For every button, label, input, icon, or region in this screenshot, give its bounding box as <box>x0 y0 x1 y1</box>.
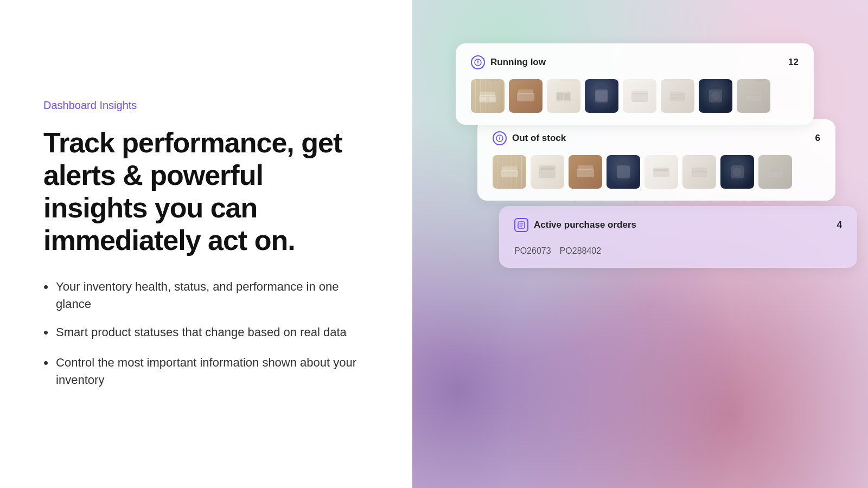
svg-point-23 <box>499 139 500 140</box>
thumbnail-bedset-1 <box>471 79 505 113</box>
svg-rect-37 <box>768 168 783 177</box>
main-heading: Track performance, get alerts & powerful… <box>43 127 369 256</box>
svg-rect-21 <box>747 93 760 96</box>
oos-thumb-7 <box>720 155 754 189</box>
svg-rect-14 <box>631 91 648 94</box>
oos-thumb-8 <box>758 155 792 189</box>
card-running-low-header: Running low 12 <box>471 55 799 69</box>
card-out-of-stock-header-left: Out of stock <box>493 131 566 145</box>
purchase-orders-count: 4 <box>837 220 842 230</box>
svg-rect-3 <box>480 92 495 96</box>
svg-rect-24 <box>501 170 518 177</box>
svg-rect-20 <box>746 92 761 101</box>
svg-rect-33 <box>692 168 707 177</box>
purchase-orders-title: Active purchase orders <box>534 220 636 230</box>
oos-thumb-2 <box>531 155 564 189</box>
thumbnail-lightgray-1 <box>661 79 694 113</box>
svg-rect-5 <box>489 97 495 101</box>
svg-rect-30 <box>617 165 630 178</box>
svg-point-1 <box>477 63 478 65</box>
thumbnail-wood-1 <box>509 79 542 113</box>
svg-rect-27 <box>541 168 554 170</box>
oos-thumb-4 <box>607 155 640 189</box>
po-number-1: PO26073 <box>514 246 551 256</box>
svg-rect-10 <box>564 93 570 100</box>
bullet-2: Smart product statuses that change based… <box>43 324 369 343</box>
svg-point-36 <box>733 168 742 176</box>
out-of-stock-thumbnails <box>493 155 820 189</box>
svg-rect-31 <box>653 168 669 177</box>
card-running-low: Running low 12 <box>456 43 814 125</box>
svg-rect-35 <box>731 165 744 178</box>
svg-rect-29 <box>578 165 593 170</box>
section-label: Dashboard Insights <box>43 99 369 112</box>
svg-rect-12 <box>596 91 607 101</box>
running-low-thumbnails <box>471 79 799 113</box>
card-purchase-orders-header: Active purchase orders 4 <box>514 218 842 232</box>
svg-rect-32 <box>654 169 668 171</box>
card-purchase-orders: Active purchase orders 4 PO26073 PO28840… <box>499 206 857 268</box>
svg-rect-25 <box>502 166 517 171</box>
oos-thumb-1 <box>493 155 526 189</box>
left-panel: Dashboard Insights Track performance, ge… <box>0 0 412 488</box>
svg-rect-28 <box>577 169 594 177</box>
out-of-stock-icon <box>493 131 507 145</box>
svg-rect-6 <box>517 93 534 101</box>
oos-thumb-6 <box>682 155 716 189</box>
bullet-2-text: Smart product statuses that change based… <box>56 324 347 341</box>
thumbnail-white-2 <box>623 79 656 113</box>
svg-rect-13 <box>631 93 648 102</box>
oos-thumb-3 <box>569 155 602 189</box>
bullet-3: Control the most important information s… <box>43 354 369 389</box>
svg-rect-18 <box>709 89 722 102</box>
svg-rect-11 <box>595 89 608 102</box>
running-low-count: 12 <box>788 57 799 68</box>
card-out-of-stock: Out of stock 6 <box>477 119 835 201</box>
out-of-stock-count: 6 <box>815 133 820 144</box>
out-of-stock-title: Out of stock <box>512 133 566 144</box>
bullet-1: Your inventory health, status, and perfo… <box>43 278 369 313</box>
po-numbers-row: PO26073 PO288402 <box>514 242 842 256</box>
svg-point-19 <box>711 92 720 100</box>
card-running-low-header-left: Running low <box>471 55 546 69</box>
purchase-orders-icon <box>514 218 528 232</box>
svg-rect-2 <box>479 95 496 102</box>
svg-rect-9 <box>557 93 563 100</box>
svg-rect-8 <box>556 92 571 101</box>
svg-rect-4 <box>480 97 487 101</box>
svg-rect-26 <box>539 165 556 178</box>
thumbnail-gray-1 <box>737 79 770 113</box>
bullet-3-text: Control the most important information s… <box>56 354 369 389</box>
svg-rect-38 <box>769 169 782 172</box>
right-panel: Running low 12 <box>412 0 868 488</box>
oos-thumb-5 <box>644 155 678 189</box>
thumbnail-navy-1 <box>585 79 618 113</box>
svg-rect-7 <box>518 89 533 94</box>
po-number-2: PO288402 <box>560 246 602 256</box>
card-out-of-stock-header: Out of stock 6 <box>493 131 820 145</box>
svg-rect-15 <box>670 92 685 101</box>
thumbnail-white-1 <box>547 79 580 113</box>
card-purchase-orders-header-left: Active purchase orders <box>514 218 636 232</box>
bullet-1-text: Your inventory health, status, and perfo… <box>56 278 369 313</box>
feature-list: Your inventory health, status, and perfo… <box>43 278 369 388</box>
thumbnail-navy-2 <box>699 79 732 113</box>
running-low-title: Running low <box>490 57 546 68</box>
running-low-icon <box>471 55 485 69</box>
